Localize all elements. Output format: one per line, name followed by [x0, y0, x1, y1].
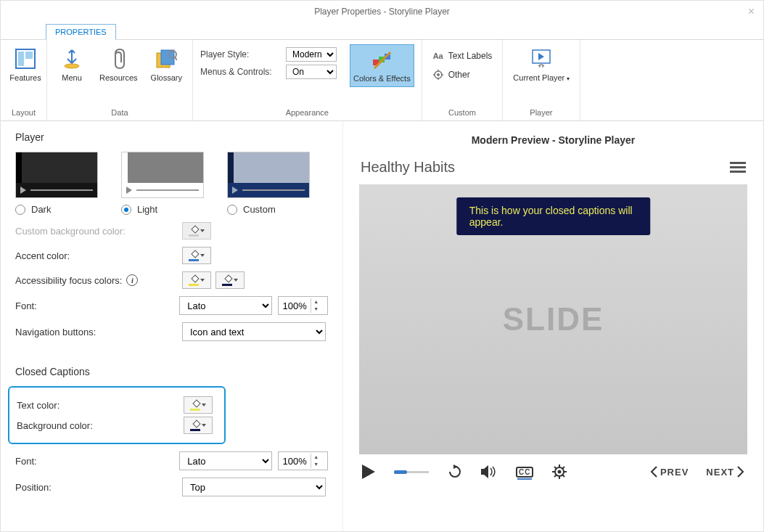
menu-button[interactable]: Menu [54, 44, 89, 85]
caption-text-color-button[interactable] [184, 396, 213, 414]
current-player-label: Current Player ▾ [513, 73, 569, 83]
theme-thumb-custom[interactable] [227, 152, 310, 198]
tab-row: PROPERTIES [1, 22, 763, 40]
replay-button[interactable] [448, 465, 462, 479]
player-style-select[interactable]: Modern [286, 47, 337, 62]
group-label-custom: Custom [430, 106, 496, 119]
text-labels-button[interactable]: Aa Text Labels [430, 49, 496, 63]
features-icon [14, 47, 37, 70]
glossary-button[interactable]: Glossary [148, 44, 185, 85]
chevron-left-icon [650, 466, 657, 478]
tab-properties[interactable]: PROPERTIES [46, 24, 116, 40]
accent-label: Accent color: [15, 250, 182, 261]
features-label: Features [9, 73, 41, 82]
nav-buttons-label: Navigation buttons: [15, 327, 182, 337]
window-title: Player Properties - Storyline Player [314, 7, 450, 17]
svg-marker-19 [538, 53, 544, 60]
caption-position-select[interactable]: Top [182, 478, 326, 496]
svg-point-3 [65, 64, 79, 68]
caption-position-label: Position: [15, 482, 182, 493]
volume-button[interactable] [481, 465, 497, 479]
play-button[interactable] [362, 465, 375, 479]
other-label: Other [448, 70, 470, 80]
right-panel: Modern Preview - Storyline Player Health… [343, 121, 763, 532]
svg-line-29 [554, 467, 556, 469]
group-label-layout: Layout [8, 106, 39, 119]
prev-button[interactable]: PREV [650, 466, 689, 478]
svg-point-13 [437, 73, 440, 76]
group-label-data: Data [54, 106, 185, 119]
custom-bg-color-button [182, 222, 211, 240]
left-panel: Player Dark Light Custom Custom backgrou… [1, 121, 343, 532]
menu-icon [60, 47, 83, 70]
player-font-label: Font: [15, 300, 179, 311]
replay-icon [448, 465, 462, 479]
cc-button[interactable]: CC [516, 467, 533, 478]
player-font-size-spinner[interactable]: ▲▼ [278, 296, 328, 315]
accessibility-label: Accessibility focus colors:i [15, 274, 182, 286]
accent-color-button[interactable] [182, 247, 211, 264]
text-labels-icon: Aa [432, 50, 444, 62]
gear-icon [552, 465, 567, 479]
caption-font-size-spinner[interactable]: ▲▼ [278, 451, 328, 470]
group-label-player: Player [510, 106, 572, 119]
text-labels-label: Text Labels [448, 51, 493, 61]
svg-rect-2 [25, 52, 33, 59]
svg-point-24 [558, 470, 562, 474]
next-button[interactable]: NEXT [706, 466, 744, 478]
ribbon-group-appearance: Player Style: Modern Menus & Controls: O… [193, 40, 422, 120]
features-button[interactable]: Features [8, 44, 43, 85]
caption-text-color-label: Text color: [17, 400, 184, 411]
colors-effects-button[interactable]: Colors & Effects [350, 44, 414, 87]
player-font-select[interactable]: Lato [179, 296, 272, 315]
play-icon [362, 465, 375, 479]
info-icon[interactable]: i [126, 274, 138, 286]
nav-buttons-select[interactable]: Icon and text [182, 322, 326, 341]
theme-thumb-dark[interactable] [15, 152, 98, 198]
theme-thumb-light[interactable] [121, 152, 204, 198]
current-player-icon [530, 47, 553, 70]
svg-marker-22 [481, 465, 488, 478]
ribbon-group-player: Current Player ▾ Player [503, 40, 580, 120]
accessibility-color-2-button[interactable] [215, 271, 245, 289]
paperclip-icon [107, 47, 130, 70]
titlebar: Player Properties - Storyline Player × [1, 1, 763, 22]
progress-bar[interactable] [394, 471, 429, 473]
svg-line-31 [554, 475, 556, 477]
caption-bg-color-button[interactable] [184, 417, 213, 434]
player-section-heading: Player [15, 131, 328, 143]
gear-icon [432, 69, 444, 81]
ribbon-group-layout: Features Layout [1, 40, 47, 120]
svg-marker-21 [453, 465, 458, 469]
menu-label: Menu [62, 73, 82, 82]
close-icon[interactable]: × [748, 5, 755, 18]
glossary-icon [155, 47, 178, 70]
svg-line-32 [562, 467, 564, 469]
group-label-appearance: Appearance [200, 106, 414, 119]
caption-preview: This is how your closed captions will ap… [456, 197, 651, 235]
custom-bg-label: Custom background color: [15, 226, 182, 237]
accessibility-color-1-button[interactable] [182, 271, 211, 289]
caption-font-label: Font: [15, 456, 179, 467]
menus-controls-select[interactable]: On [286, 65, 337, 79]
captions-section-heading: Closed Captions [15, 366, 328, 377]
svg-line-7 [175, 57, 177, 60]
settings-button[interactable] [552, 465, 567, 479]
resources-label: Resources [99, 73, 138, 82]
caption-bg-color-label: Background color: [17, 420, 184, 431]
current-player-button[interactable]: Current Player ▾ [510, 44, 572, 86]
svg-rect-1 [18, 52, 24, 66]
hamburger-icon[interactable] [730, 160, 746, 175]
resources-button[interactable]: Resources [96, 44, 141, 85]
theme-radio-custom[interactable]: Custom [227, 204, 310, 215]
svg-marker-20 [362, 465, 375, 479]
ribbon-group-custom: Aa Text Labels Other Custom [422, 40, 504, 120]
other-button[interactable]: Other [430, 67, 496, 82]
theme-radio-light[interactable]: Light [121, 204, 204, 215]
menus-controls-label: Menus & Controls: [200, 67, 280, 77]
theme-radio-dark[interactable]: Dark [15, 204, 98, 215]
colors-effects-icon [370, 48, 393, 71]
slide-text: SLIDE [503, 301, 604, 337]
cc-icon: CC [516, 467, 533, 478]
caption-font-select[interactable]: Lato [179, 451, 272, 470]
